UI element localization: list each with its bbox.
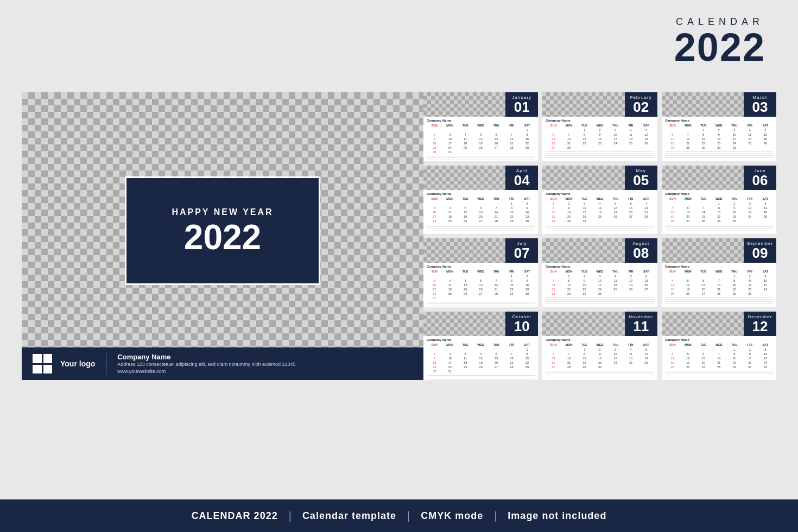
cal-day-cell: 12 xyxy=(623,278,638,283)
cal-day-cell: 9 xyxy=(427,137,442,141)
cal-day-cell: 21 xyxy=(489,214,504,219)
cal-day-cell: 25 xyxy=(442,292,457,296)
cal-day-cell: 24 xyxy=(607,141,623,145)
footer-separator-0: | xyxy=(289,510,292,522)
cal-day-cell: 6 xyxy=(473,278,488,283)
cal-day-cell: 3 xyxy=(742,201,757,206)
month-company-3: Company Name xyxy=(427,192,535,195)
cal-day-cell: 13 xyxy=(546,356,561,360)
cal-day-cell: 22 xyxy=(696,141,711,145)
cal-day-cell: 11 xyxy=(442,210,457,214)
cal-day-cell: . xyxy=(442,201,457,206)
cal-day-cell: . xyxy=(638,145,654,150)
months-grid: January01Company NameSUNMONTUEWEDTHUFRIS… xyxy=(423,92,776,380)
cal-day-cell: 18 xyxy=(442,214,457,219)
cal-day-cell: 13 xyxy=(546,137,561,141)
day-header-WED: WED xyxy=(473,343,488,347)
day-header-MON: MON xyxy=(442,343,457,347)
cal-day-cell: 26 xyxy=(473,145,488,150)
cal-day-cell: . xyxy=(758,145,773,150)
cal-day-cell: 18 xyxy=(442,287,457,292)
cal-day-cell: 17 xyxy=(758,356,773,360)
cal-day-cell: 1 xyxy=(711,201,726,206)
cal-day-cell: 12 xyxy=(638,352,654,356)
day-header-TUE: TUE xyxy=(696,343,711,347)
cal-day-cell: 16 xyxy=(711,137,726,141)
cal-day-cell: 26 xyxy=(623,287,638,292)
cal-day-cell: 19 xyxy=(458,214,473,219)
cal-day-cell: 10 xyxy=(758,352,773,356)
cal-day-cell: . xyxy=(696,201,711,206)
cal-day-cell: . xyxy=(458,347,473,352)
cal-day-cell: 26 xyxy=(665,219,680,223)
month-header-2: March03 xyxy=(744,92,776,117)
cal-day-cell: 8 xyxy=(520,132,535,137)
info-line-1 xyxy=(665,229,773,229)
cal-day-cell: 6 xyxy=(473,206,488,210)
cal-day-cell: . xyxy=(592,219,607,223)
month-card-1: February02Company NameSUNMONTUEWEDTHUFRI… xyxy=(542,92,657,161)
day-header-SUN: SUN xyxy=(546,197,561,201)
month-company-8: Company Name xyxy=(665,265,773,268)
month-card-6: July07Company NameSUNMONTUEWEDTHUFRISAT.… xyxy=(423,238,538,307)
cal-day-cell: 5 xyxy=(638,347,654,352)
cal-day-cell: 25 xyxy=(623,360,638,365)
month-checker-11 xyxy=(662,312,744,336)
cal-day-cell: 11 xyxy=(623,352,638,356)
month-card-8: September09Company NameSUNMONTUEWEDTHUFR… xyxy=(662,238,776,307)
cal-day-cell: 10 xyxy=(742,206,757,210)
info-line-1 xyxy=(546,375,654,375)
cal-day-cell: 24 xyxy=(427,219,442,223)
month-num-2: 03 xyxy=(752,100,768,114)
cal-day-cell: 14 xyxy=(504,356,519,360)
info-line-2 xyxy=(665,377,773,377)
cal-day-cell: . xyxy=(680,347,695,352)
cal-day-cell: . xyxy=(665,347,680,352)
cal-day-cell: 1 xyxy=(727,274,742,278)
cal-day-cell: . xyxy=(489,201,504,206)
cal-day-cell: 25 xyxy=(592,214,607,219)
month-header-3: April04 xyxy=(505,166,538,190)
cal-day-cell: 20 xyxy=(680,214,695,219)
cal-day-cell: 26 xyxy=(458,219,473,223)
cal-day-cell: . xyxy=(427,201,442,206)
info-line-0 xyxy=(665,153,773,154)
cal-day-cell: 25 xyxy=(623,141,638,145)
cal-day-cell: . xyxy=(758,219,773,223)
day-header-MON: MON xyxy=(442,197,457,201)
cal-day-cell: . xyxy=(442,296,457,300)
cal-day-cell: 15 xyxy=(727,356,742,360)
cal-day-cell: 8 xyxy=(577,352,592,356)
cal-day-cell: 18 xyxy=(458,360,473,365)
day-header-THU: THU xyxy=(607,123,623,128)
month-checker-5 xyxy=(662,166,744,190)
cal-day-cell: 29 xyxy=(577,365,592,369)
day-header-SAT: SAT xyxy=(758,343,773,347)
month-header-7: August08 xyxy=(625,238,657,263)
cal-day-cell: 8 xyxy=(727,352,742,356)
month-num-9: 10 xyxy=(514,319,530,333)
cal-day-cell: 21 xyxy=(561,141,577,145)
month-num-0: 01 xyxy=(514,100,530,114)
cal-day-cell: 7 xyxy=(546,278,561,283)
cal-day-cell: 15 xyxy=(711,210,726,214)
cal-day-cell: 4 xyxy=(742,128,757,132)
cal-day-cell: . xyxy=(607,365,623,369)
cal-day-cell: 3 xyxy=(427,206,442,210)
cal-day-cell: 28 xyxy=(546,292,561,296)
cal-day-cell: 26 xyxy=(607,214,623,219)
day-header-SUN: SUN xyxy=(427,269,442,274)
cal-day-cell: 16 xyxy=(561,210,577,214)
day-header-WED: WED xyxy=(473,123,488,128)
cal-day-cell: . xyxy=(638,365,654,369)
cal-day-cell: 30 xyxy=(577,292,592,296)
month-card-5: June06Company NameSUNMONTUEWEDTHUFRISAT.… xyxy=(662,166,776,235)
cal-day-cell: 27 xyxy=(696,292,711,296)
cal-day-cell: 31 xyxy=(758,365,773,369)
cal-day-cell: 17 xyxy=(427,214,442,219)
cal-day-cell: . xyxy=(458,128,473,132)
day-header-SAT: SAT xyxy=(638,123,654,128)
cal-day-cell: 10 xyxy=(607,132,623,137)
cal-day-cell: 31 xyxy=(592,292,607,296)
month-company-2: Company Name xyxy=(665,119,773,122)
